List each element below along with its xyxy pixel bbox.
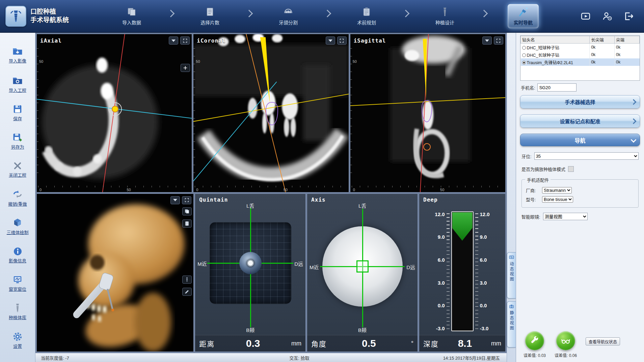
sidebar-item-import-image[interactable]: 导入影像 [1, 46, 34, 64]
sidebar-item-volume-rendering[interactable]: 三维体绘制 [1, 218, 34, 235]
handpiece-name-input[interactable] [537, 83, 576, 92]
tool-calibration-button[interactable]: 误差值: 0.03 [524, 331, 546, 358]
step-separator-icon [167, 9, 175, 17]
instrument-select-button[interactable]: 手术器械选择 [520, 95, 640, 108]
tab-static-view[interactable]: 静态视图 [507, 301, 516, 347]
smart-glasses-select[interactable]: 测量视图 [543, 213, 588, 220]
drill-row-selected[interactable]: Trausim_先锋钻Φ2.2L41 0k 0k [521, 58, 640, 66]
sagittal-view-header: iSagittal [350, 34, 505, 46]
save-as-icon [12, 132, 23, 143]
marker-registration-button[interactable]: 设置标记点和配准 [520, 114, 640, 128]
step-jaw-segmentation[interactable]: 牙颌分割 [273, 4, 304, 28]
video-record-button[interactable] [580, 10, 591, 22]
sagittal-view[interactable]: 50 0 50 iSagittal [350, 34, 506, 192]
step-select-slices[interactable]: 选择片数 [194, 4, 225, 28]
volume-3d-view[interactable] [36, 193, 194, 352]
expand-icon [496, 38, 501, 43]
axis-gauge-view[interactable]: Axis L舌 M近 D远 B颊 角度 0.5 ° [307, 193, 418, 352]
depth-scale-left: 12.0 9.0 6.0 3.0 0.0 -3.0 [431, 211, 445, 332]
axial-layout-dropdown-button[interactable] [169, 36, 178, 45]
sagittal-layout-dropdown-button[interactable] [482, 36, 492, 45]
3d-annotate-tool-button[interactable] [182, 288, 192, 296]
3d-report-tool-button[interactable] [182, 219, 192, 228]
chevron-right-icon [631, 118, 637, 124]
glasses-icon [561, 336, 570, 345]
main-area: 50 0 50 iAxial [35, 33, 507, 362]
axial-side-tools [181, 64, 190, 72]
folder-project-icon [12, 75, 23, 86]
step-preop-planning[interactable]: 术前规划 [351, 4, 382, 28]
drill-row[interactable]: DHC_长球种子钻 0k 0k [521, 51, 640, 58]
chevron-down-icon [171, 40, 176, 42]
layers-icon [184, 209, 190, 214]
tooth-position-select[interactable]: 35 [534, 152, 639, 160]
bottom-view-row: Quintain L舌 M近 D远 B颊 距离 0.3 mm [36, 193, 506, 352]
app-title-line1: 口腔种植 [30, 8, 69, 16]
placement-mode-row: 是否为摘放种植体模式 [521, 166, 639, 172]
drill-row[interactable]: DHC_短球种子钻 0k 0k [521, 44, 640, 51]
coronal-layout-dropdown-button[interactable] [326, 36, 335, 45]
depth-value: 8.1 [458, 338, 472, 349]
sidebar-item-import-project[interactable]: 导入工程 [1, 75, 34, 93]
quintain-label-mesial: M近 [197, 260, 207, 267]
glasses-error-value: 误差值: 0.06 [555, 352, 577, 358]
glasses-status-circle[interactable] [556, 331, 575, 350]
sidebar-item-undo-redo[interactable]: 撤销/重做 [1, 189, 34, 207]
left-toolbar: 导入影像 导入工程 保存 另存为 关闭工程 撤销/重做 [0, 33, 35, 362]
step-label: 术前规划 [357, 19, 376, 26]
navigator-status-button[interactable]: 查看导航仪状态 [586, 337, 620, 345]
sidebar-item-image-info[interactable]: 影像信息 [1, 247, 34, 264]
drill-table-header: 钻头名 长尖端 尖端 [521, 36, 640, 44]
depth-gauge: 12.0 9.0 6.0 3.0 0.0 -3.0 [419, 211, 505, 332]
3d-implant-tool-button[interactable] [182, 276, 192, 284]
chevron-down-icon [631, 137, 637, 143]
navigation-panel: 钻头名 长尖端 尖端 DHC_短球种子钻 0k 0k DHC_长球种子钻 [516, 33, 644, 362]
depth-metric-bar: 深度 8.1 mm [419, 335, 505, 352]
tab-dynamic-view[interactable]: 动态视图 [507, 252, 516, 299]
radio-selected-icon[interactable] [522, 61, 526, 64]
3d-layout-dropdown-button[interactable] [170, 196, 180, 204]
axial-crosshair-tool-button[interactable] [181, 64, 190, 72]
teeth-segmentation-icon [283, 7, 293, 18]
sagittal-maximize-button[interactable] [494, 36, 503, 45]
error-section: 误差值: 0.03 误差值: 0.06 查看导航仪状态 [520, 330, 640, 359]
wrench-status-circle[interactable] [525, 331, 544, 350]
quintain-gauge-view[interactable]: Quintain L舌 M近 D远 B颊 距离 0.3 mm [195, 193, 306, 352]
glasses-calibration-button[interactable]: 误差值: 0.06 [555, 331, 577, 358]
sidebar-item-save-as[interactable]: 另存为 [1, 132, 34, 150]
3d-view-header [37, 194, 193, 205]
navigation-section-header[interactable]: 导航 [520, 134, 640, 146]
model-select[interactable]: Bone tissue [542, 196, 573, 203]
radio-icon[interactable] [522, 53, 526, 57]
planning-clipboard-icon [361, 7, 372, 18]
depth-gauge-view[interactable]: Deep 12.0 9.0 6.0 3.0 0.0 -3.0 [419, 193, 506, 352]
distance-value: 0.3 [246, 338, 260, 349]
save-icon [12, 104, 23, 114]
interaction-status: 交互: 拾取 [156, 355, 443, 361]
step-label: 导入数据 [122, 19, 141, 26]
vendor-select[interactable]: Straumann [542, 187, 572, 193]
skull-3d-render [37, 194, 193, 352]
step-implant-design[interactable]: 种植设计 [429, 4, 460, 28]
coronal-maximize-button[interactable] [337, 36, 347, 45]
axial-maximize-button[interactable] [180, 36, 190, 45]
sidebar-item-close-project[interactable]: 关闭工程 [1, 161, 34, 178]
step-import-data[interactable]: 导入数据 [116, 4, 147, 28]
quintain-label-lingual: L舌 [246, 202, 254, 209]
step-realtime-navigation[interactable]: 实时导航 [508, 4, 539, 28]
sidebar-item-implant-library[interactable]: 种植体库 [1, 303, 34, 320]
exit-button[interactable] [623, 10, 635, 22]
user-session-button[interactable] [601, 10, 613, 22]
3d-maximize-button[interactable] [182, 196, 191, 204]
3d-layers-tool-button[interactable] [182, 207, 192, 215]
sidebar-item-save[interactable]: 保存 [1, 104, 34, 122]
placement-mode-checkbox[interactable] [568, 166, 574, 172]
document-icon [184, 221, 190, 226]
sidebar-item-window-level[interactable]: 窗宽窗位 [1, 275, 34, 292]
axial-view-header: iAxial [37, 34, 192, 46]
sidebar-item-settings[interactable]: 设置 [1, 332, 34, 349]
axial-target-dot [112, 106, 118, 112]
coronal-view[interactable]: 50 0 50 iCoronal [193, 34, 349, 192]
radio-icon[interactable] [522, 46, 526, 50]
axial-view[interactable]: 50 0 50 iAxial [36, 34, 192, 192]
